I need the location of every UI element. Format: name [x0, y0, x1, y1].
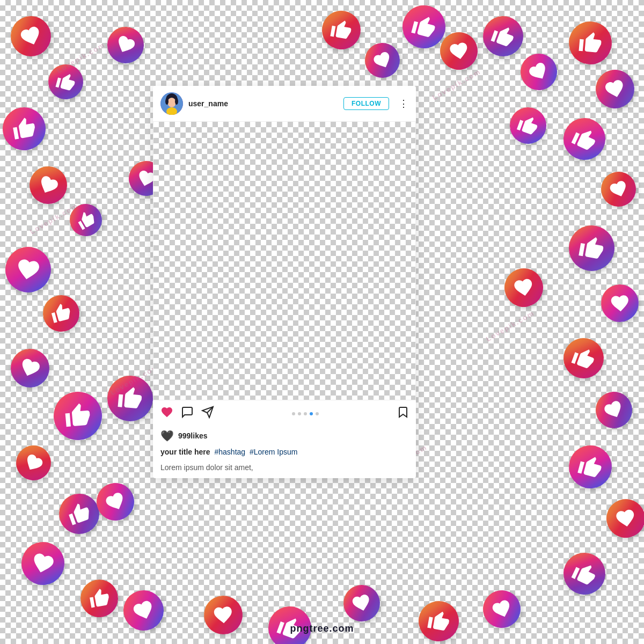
post-image-area — [153, 121, 416, 400]
svg-point-4 — [165, 98, 169, 105]
dot-5 — [316, 412, 319, 415]
likes-count: 999likes — [178, 431, 208, 440]
avatar — [160, 92, 183, 115]
post-header: user_name FOLLOW ⋮ — [153, 86, 416, 121]
hashtag-1[interactable]: #hashtag — [214, 448, 245, 456]
svg-point-2 — [167, 98, 176, 107]
carousel-dots — [222, 412, 389, 415]
like-button[interactable] — [160, 406, 173, 422]
username-label: user_name — [188, 99, 338, 108]
bookmark-button[interactable] — [397, 406, 408, 422]
dot-3 — [304, 412, 307, 415]
follow-button[interactable]: FOLLOW — [343, 97, 389, 110]
svg-point-5 — [175, 98, 178, 105]
dot-4-active — [310, 412, 313, 415]
instagram-post-card: user_name FOLLOW ⋮ — [153, 86, 416, 478]
hashtag-2[interactable]: #Lorem Ipsum — [250, 448, 297, 456]
share-button[interactable] — [201, 406, 214, 422]
likes-heart-icon: 🖤 — [160, 429, 174, 442]
post-caption: your title here #hashtag #Lorem Ipsum — [153, 444, 416, 462]
comment-button[interactable] — [181, 406, 194, 422]
caption-title: your title here — [160, 448, 210, 456]
site-watermark: pngtree.com — [290, 623, 354, 634]
more-options-icon[interactable]: ⋮ — [399, 98, 408, 109]
likes-section: 🖤 999likes — [153, 427, 416, 444]
dot-1 — [292, 412, 295, 415]
post-actions-bar — [153, 400, 416, 427]
dot-2 — [298, 412, 301, 415]
caption-description: Lorem ipsum dolor sit amet, — [153, 462, 416, 478]
